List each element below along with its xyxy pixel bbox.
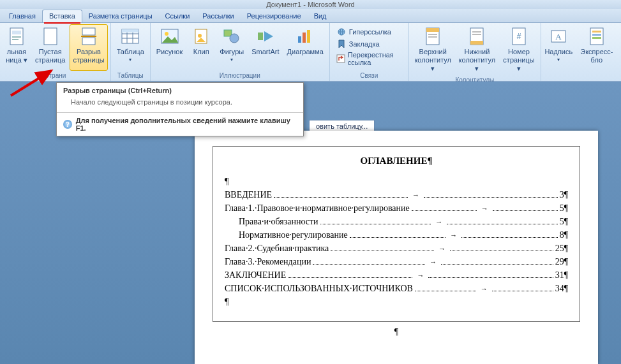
quickparts-button[interactable]: Экспресс-бло bbox=[575, 24, 618, 78]
blank-page-button[interactable]: Пустая страница bbox=[32, 24, 68, 71]
tab-home[interactable]: Главная bbox=[3, 10, 42, 22]
svg-rect-30 bbox=[428, 34, 437, 35]
paragraph-mark: ¶ bbox=[225, 297, 568, 307]
footer-button[interactable]: Нижний колонтитул ▾ bbox=[456, 24, 498, 75]
svg-rect-23 bbox=[307, 30, 310, 43]
clip-button[interactable]: Клип bbox=[187, 24, 215, 71]
tab-page-layout[interactable]: Разметка страницы bbox=[82, 10, 159, 22]
cover-page-label: льная ница ▾ bbox=[6, 48, 27, 64]
page-number-icon: # bbox=[509, 26, 529, 47]
toc-page-number: 25 bbox=[555, 244, 564, 254]
tab-mailings[interactable]: Рассылки bbox=[196, 10, 240, 22]
document-page[interactable]: ОГЛАВЛЕНИЕ¶ ¶ ВВЕДЕНИЕ→3¶Глава·1.·Правов… bbox=[195, 131, 598, 364]
group-illustrations: Рисунок Клип Фигуры ▾ SmartArt bbox=[151, 23, 330, 81]
toc-line[interactable]: Глава·1.·Правовое·и·нормативное·регулиро… bbox=[225, 203, 568, 214]
toc-line[interactable]: ЗАКЛЮЧЕНИЕ→31¶ bbox=[225, 270, 568, 280]
svg-rect-34 bbox=[472, 31, 481, 33]
document-content: ОГЛАВЛЕНИЕ¶ ¶ ВВЕДЕНИЕ→3¶Глава·1.·Правов… bbox=[213, 146, 580, 322]
shapes-label: Фигуры bbox=[220, 48, 244, 56]
annotation-arrow bbox=[8, 67, 59, 99]
clip-icon bbox=[191, 26, 211, 47]
svg-rect-22 bbox=[303, 33, 306, 43]
textbox-label: Надпись bbox=[544, 48, 572, 56]
paragraph-mark: ¶ bbox=[564, 203, 568, 214]
quickparts-icon bbox=[587, 26, 607, 47]
toc-line[interactable]: Нормативное·регулирование→8¶ bbox=[225, 230, 568, 240]
tab-review[interactable]: Рецензирование bbox=[241, 10, 308, 22]
clip-label: Клип bbox=[193, 48, 209, 56]
svg-rect-13 bbox=[122, 29, 138, 33]
tooltip-help-text: Для получения дополнительных сведений на… bbox=[76, 117, 297, 132]
smartart-button[interactable]: SmartArt bbox=[248, 24, 282, 71]
help-icon: ? bbox=[63, 120, 72, 129]
group-text: A Надпись ▾ Экспресс-бло bbox=[541, 23, 621, 81]
paragraph-mark: ¶ bbox=[564, 217, 568, 227]
bookmark-label: Закладка bbox=[349, 40, 380, 48]
toc-line[interactable]: ВВЕДЕНИЕ→3¶ bbox=[225, 190, 568, 200]
svg-rect-20 bbox=[258, 33, 263, 40]
svg-line-44 bbox=[11, 71, 51, 96]
textbox-icon: A bbox=[548, 26, 569, 47]
hyperlink-button[interactable]: Гиперссылка bbox=[336, 27, 402, 37]
header-label: Верхний колонтитул ▾ bbox=[414, 48, 451, 73]
chart-button[interactable]: Диаграмма bbox=[284, 24, 327, 71]
header-icon bbox=[423, 26, 443, 47]
toc-line[interactable]: Глава·2.·Судебная·практика→25¶ bbox=[225, 244, 568, 254]
svg-rect-42 bbox=[592, 34, 601, 36]
toc-page-number: 8 bbox=[560, 230, 564, 240]
group-tables-label: Таблицы bbox=[114, 71, 147, 81]
chevron-down-icon: ▾ bbox=[129, 57, 131, 63]
shapes-icon bbox=[221, 26, 242, 47]
svg-rect-33 bbox=[470, 41, 483, 45]
toc-page-number: 34 bbox=[555, 284, 564, 294]
group-links: Гиперссылка Закладка Перекрестная ссылка… bbox=[330, 23, 409, 81]
chart-label: Диаграмма bbox=[287, 48, 324, 56]
table-button[interactable]: Таблица ▾ bbox=[114, 24, 147, 71]
bookmark-icon bbox=[336, 39, 347, 49]
chevron-down-icon: ▾ bbox=[557, 57, 560, 63]
group-illustrations-label: Иллюстрации bbox=[153, 71, 327, 81]
svg-rect-3 bbox=[12, 39, 19, 40]
page-break-button[interactable]: Разрыв страницы bbox=[70, 24, 107, 71]
cover-page-button[interactable]: льная ница ▾ bbox=[3, 24, 31, 71]
paragraph-mark: ¶ bbox=[564, 190, 568, 200]
tab-references[interactable]: Ссылки bbox=[159, 10, 197, 22]
crossref-button[interactable]: Перекрестная ссылка bbox=[336, 51, 402, 66]
toc-page-number: 3 bbox=[560, 190, 564, 200]
tab-arrow-icon: → bbox=[427, 258, 439, 266]
paragraph-mark: ¶ bbox=[564, 230, 568, 240]
svg-rect-4 bbox=[44, 28, 57, 45]
svg-text:A: A bbox=[556, 32, 562, 41]
crossref-icon bbox=[336, 54, 345, 64]
title-bar: Документ1 - Microsoft Word bbox=[0, 0, 621, 9]
tab-arrow-icon: → bbox=[433, 218, 445, 226]
toc-line[interactable]: Права·и·обязанности→5¶ bbox=[225, 217, 568, 227]
tab-arrow-icon: → bbox=[414, 272, 426, 279]
bookmark-button[interactable]: Закладка bbox=[336, 39, 402, 49]
header-button[interactable]: Верхний колонтитул ▾ bbox=[412, 24, 454, 75]
paragraph-mark: ¶ bbox=[564, 244, 568, 254]
chart-icon bbox=[295, 26, 315, 47]
group-links-label: Связи bbox=[333, 71, 406, 81]
quickparts-label: Экспресс-бло bbox=[578, 48, 615, 64]
tab-view[interactable]: Вид bbox=[308, 10, 333, 22]
shapes-button[interactable]: Фигуры ▾ bbox=[216, 24, 247, 71]
chevron-down-icon: ▾ bbox=[230, 57, 233, 63]
toc-page-number: 5 bbox=[560, 217, 564, 227]
tooltip-help: ? Для получения дополнительных сведений … bbox=[57, 112, 303, 136]
paragraph-mark: ¶ bbox=[564, 257, 568, 267]
svg-rect-2 bbox=[12, 36, 21, 38]
toc-page-number: 31 bbox=[555, 270, 564, 280]
toc-line[interactable]: СПИСОК·ИСПОЛЬЗОВАННЫХ·ИСТОЧНИКОВ→34¶ bbox=[225, 284, 568, 294]
textbox-button[interactable]: A Надпись ▾ bbox=[544, 24, 574, 78]
tab-arrow-icon: → bbox=[436, 245, 448, 252]
picture-button[interactable]: Рисунок bbox=[153, 24, 186, 71]
svg-rect-35 bbox=[472, 34, 481, 35]
page-number-button[interactable]: # Номер страницы ▾ bbox=[500, 24, 538, 75]
svg-rect-21 bbox=[298, 36, 301, 43]
tab-insert[interactable]: Вставка bbox=[42, 10, 82, 22]
toc-line[interactable]: Глава·3.·Рекомендации→29¶ bbox=[225, 257, 568, 267]
page-break-icon bbox=[79, 26, 99, 47]
table-label: Таблица bbox=[117, 48, 144, 56]
document-heading: ОГЛАВЛЕНИЕ¶ bbox=[225, 156, 568, 166]
